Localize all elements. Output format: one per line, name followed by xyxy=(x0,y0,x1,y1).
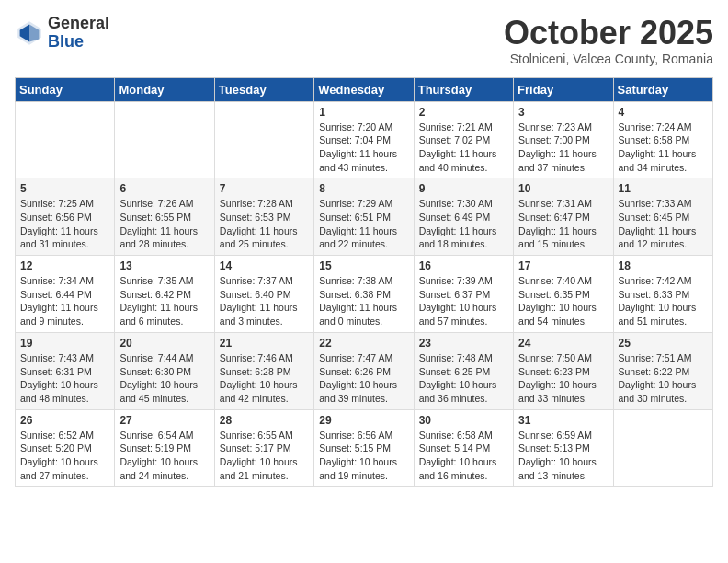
day-info: Sunrise: 7:42 AM Sunset: 6:33 PM Dayligh… xyxy=(619,274,708,328)
day-number: 15 xyxy=(319,259,408,272)
calendar-cell: 22Sunrise: 7:47 AM Sunset: 6:26 PM Dayli… xyxy=(314,332,414,409)
day-info: Sunrise: 7:31 AM Sunset: 6:47 PM Dayligh… xyxy=(518,197,608,251)
day-info: Sunrise: 7:21 AM Sunset: 7:02 PM Dayligh… xyxy=(419,121,508,175)
location-subtitle: Stolniceni, Valcea County, Romania xyxy=(504,52,713,66)
day-info: Sunrise: 7:40 AM Sunset: 6:35 PM Dayligh… xyxy=(518,274,608,328)
calendar-week-row: 1Sunrise: 7:20 AM Sunset: 7:04 PM Daylig… xyxy=(16,101,713,178)
day-number: 25 xyxy=(619,337,708,350)
calendar-cell: 16Sunrise: 7:39 AM Sunset: 6:37 PM Dayli… xyxy=(414,256,513,333)
calendar-week-row: 5Sunrise: 7:25 AM Sunset: 6:56 PM Daylig… xyxy=(16,178,713,256)
day-info: Sunrise: 7:50 AM Sunset: 6:23 PM Dayligh… xyxy=(518,351,608,406)
calendar-cell: 21Sunrise: 7:46 AM Sunset: 6:28 PM Dayli… xyxy=(214,332,313,409)
calendar-cell: 1Sunrise: 7:20 AM Sunset: 7:04 PM Daylig… xyxy=(314,101,414,178)
calendar-cell: 6Sunrise: 7:26 AM Sunset: 6:55 PM Daylig… xyxy=(115,178,214,256)
day-number: 9 xyxy=(419,182,508,195)
day-number: 10 xyxy=(518,182,608,195)
day-number: 2 xyxy=(419,106,508,119)
day-info: Sunrise: 7:47 AM Sunset: 6:26 PM Dayligh… xyxy=(319,351,408,406)
calendar-cell: 2Sunrise: 7:21 AM Sunset: 7:02 PM Daylig… xyxy=(414,101,513,178)
calendar-cell: 28Sunrise: 6:55 AM Sunset: 5:17 PM Dayli… xyxy=(214,409,313,487)
day-info: Sunrise: 7:46 AM Sunset: 6:28 PM Dayligh… xyxy=(220,351,309,406)
calendar-cell: 18Sunrise: 7:42 AM Sunset: 6:33 PM Dayli… xyxy=(613,256,712,333)
day-info: Sunrise: 7:28 AM Sunset: 6:53 PM Dayligh… xyxy=(220,197,309,251)
day-info: Sunrise: 7:38 AM Sunset: 6:38 PM Dayligh… xyxy=(319,274,408,328)
day-number: 14 xyxy=(220,259,309,272)
calendar-cell: 30Sunrise: 6:58 AM Sunset: 5:14 PM Dayli… xyxy=(414,409,513,487)
day-info: Sunrise: 7:39 AM Sunset: 6:37 PM Dayligh… xyxy=(419,274,508,328)
day-info: Sunrise: 7:30 AM Sunset: 6:49 PM Dayligh… xyxy=(419,197,508,251)
calendar-cell: 7Sunrise: 7:28 AM Sunset: 6:53 PM Daylig… xyxy=(214,178,313,256)
calendar-cell: 14Sunrise: 7:37 AM Sunset: 6:40 PM Dayli… xyxy=(214,256,313,333)
calendar-cell: 5Sunrise: 7:25 AM Sunset: 6:56 PM Daylig… xyxy=(16,178,115,256)
day-info: Sunrise: 7:23 AM Sunset: 7:00 PM Dayligh… xyxy=(518,121,608,175)
day-number: 13 xyxy=(119,259,209,272)
calendar-cell: 26Sunrise: 6:52 AM Sunset: 5:20 PM Dayli… xyxy=(16,409,115,487)
day-info: Sunrise: 7:51 AM Sunset: 6:22 PM Dayligh… xyxy=(619,351,708,406)
calendar-cell xyxy=(214,101,313,178)
day-number: 23 xyxy=(419,337,508,350)
day-number: 28 xyxy=(220,414,309,427)
calendar-cell: 31Sunrise: 6:59 AM Sunset: 5:13 PM Dayli… xyxy=(514,409,613,487)
calendar-cell: 9Sunrise: 7:30 AM Sunset: 6:49 PM Daylig… xyxy=(414,178,513,256)
calendar-cell: 27Sunrise: 6:54 AM Sunset: 5:19 PM Dayli… xyxy=(115,409,214,487)
calendar-cell: 13Sunrise: 7:35 AM Sunset: 6:42 PM Dayli… xyxy=(115,256,214,333)
day-number: 27 xyxy=(119,414,209,427)
calendar-cell: 3Sunrise: 7:23 AM Sunset: 7:00 PM Daylig… xyxy=(514,101,613,178)
calendar-cell: 4Sunrise: 7:24 AM Sunset: 6:58 PM Daylig… xyxy=(613,101,712,178)
page-header: General Blue October 2025 Stolniceni, Va… xyxy=(15,15,713,66)
day-info: Sunrise: 7:20 AM Sunset: 7:04 PM Dayligh… xyxy=(319,121,408,175)
day-number: 1 xyxy=(319,106,408,119)
day-number: 30 xyxy=(419,414,508,427)
day-info: Sunrise: 7:48 AM Sunset: 6:25 PM Dayligh… xyxy=(419,351,508,406)
weekday-header-saturday: Saturday xyxy=(613,77,712,101)
day-info: Sunrise: 7:34 AM Sunset: 6:44 PM Dayligh… xyxy=(20,274,109,328)
day-info: Sunrise: 7:29 AM Sunset: 6:51 PM Dayligh… xyxy=(319,197,408,251)
weekday-header-sunday: Sunday xyxy=(16,77,115,101)
day-number: 20 xyxy=(119,337,209,350)
calendar-cell: 12Sunrise: 7:34 AM Sunset: 6:44 PM Dayli… xyxy=(16,256,115,333)
calendar-cell: 23Sunrise: 7:48 AM Sunset: 6:25 PM Dayli… xyxy=(414,332,513,409)
day-info: Sunrise: 7:43 AM Sunset: 6:31 PM Dayligh… xyxy=(20,351,109,406)
day-number: 17 xyxy=(518,259,608,272)
day-info: Sunrise: 6:52 AM Sunset: 5:20 PM Dayligh… xyxy=(20,429,109,483)
calendar-week-row: 12Sunrise: 7:34 AM Sunset: 6:44 PM Dayli… xyxy=(16,256,713,333)
day-number: 12 xyxy=(20,259,109,272)
calendar-cell: 25Sunrise: 7:51 AM Sunset: 6:22 PM Dayli… xyxy=(613,332,712,409)
day-number: 3 xyxy=(518,106,608,119)
day-info: Sunrise: 7:26 AM Sunset: 6:55 PM Dayligh… xyxy=(119,197,209,251)
day-info: Sunrise: 7:25 AM Sunset: 6:56 PM Dayligh… xyxy=(20,197,109,251)
day-number: 8 xyxy=(319,182,408,195)
day-number: 6 xyxy=(119,182,209,195)
logo-text: General Blue xyxy=(48,15,109,52)
logo-blue-text: Blue xyxy=(48,33,109,52)
day-number: 21 xyxy=(220,337,309,350)
day-number: 24 xyxy=(518,337,608,350)
logo-icon xyxy=(15,18,44,48)
day-number: 18 xyxy=(619,259,708,272)
day-info: Sunrise: 6:56 AM Sunset: 5:15 PM Dayligh… xyxy=(319,429,408,483)
day-number: 4 xyxy=(619,106,708,119)
day-number: 5 xyxy=(20,182,109,195)
weekday-header-friday: Friday xyxy=(514,77,613,101)
title-block: October 2025 Stolniceni, Valcea County, … xyxy=(504,15,713,66)
day-number: 26 xyxy=(20,414,109,427)
calendar-cell xyxy=(613,409,712,487)
calendar-cell: 20Sunrise: 7:44 AM Sunset: 6:30 PM Dayli… xyxy=(115,332,214,409)
calendar-cell: 29Sunrise: 6:56 AM Sunset: 5:15 PM Dayli… xyxy=(314,409,414,487)
calendar-table: SundayMondayTuesdayWednesdayThursdayFrid… xyxy=(15,77,713,488)
logo-general-text: General xyxy=(48,15,109,33)
day-info: Sunrise: 6:55 AM Sunset: 5:17 PM Dayligh… xyxy=(220,429,309,483)
day-info: Sunrise: 6:54 AM Sunset: 5:19 PM Dayligh… xyxy=(119,429,209,483)
day-number: 16 xyxy=(419,259,508,272)
day-info: Sunrise: 7:24 AM Sunset: 6:58 PM Dayligh… xyxy=(619,121,708,175)
day-number: 11 xyxy=(619,182,708,195)
day-number: 31 xyxy=(518,414,608,427)
weekday-header-thursday: Thursday xyxy=(414,77,513,101)
logo: General Blue xyxy=(15,15,109,52)
day-number: 7 xyxy=(220,182,309,195)
day-number: 19 xyxy=(20,337,109,350)
weekday-header-row: SundayMondayTuesdayWednesdayThursdayFrid… xyxy=(16,77,713,101)
calendar-cell: 19Sunrise: 7:43 AM Sunset: 6:31 PM Dayli… xyxy=(16,332,115,409)
month-title: October 2025 xyxy=(504,15,713,52)
calendar-week-row: 19Sunrise: 7:43 AM Sunset: 6:31 PM Dayli… xyxy=(16,332,713,409)
